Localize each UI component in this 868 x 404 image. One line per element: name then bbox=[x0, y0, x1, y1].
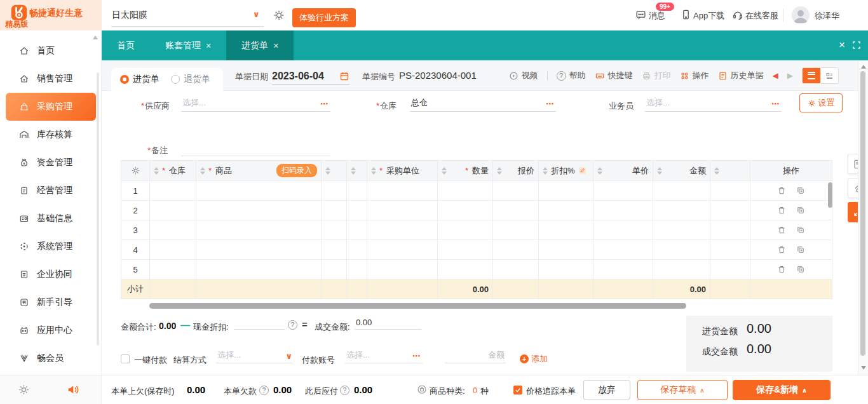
col-discount[interactable]: 折扣% bbox=[539, 161, 593, 181]
cell[interactable] bbox=[150, 260, 196, 279]
sidebar-item-base-info[interactable]: 基础信息 bbox=[0, 205, 102, 232]
gear-icon[interactable] bbox=[273, 10, 285, 21]
cell[interactable] bbox=[593, 220, 653, 240]
copy-add-row-icon[interactable] bbox=[796, 226, 805, 234]
copy-add-row-icon[interactable] bbox=[796, 186, 805, 195]
tab-home[interactable]: 首页 bbox=[102, 30, 150, 60]
radio-return-order[interactable]: 退货单 bbox=[171, 74, 210, 85]
col-narrow-3[interactable] bbox=[710, 161, 750, 181]
username-label[interactable]: 徐泽华 bbox=[815, 10, 839, 22]
col-qty[interactable]: *数量 bbox=[438, 161, 493, 181]
account-book-select[interactable]: 日太阳膜 bbox=[112, 10, 147, 21]
col-product[interactable]: *商品扫码录入 bbox=[196, 161, 322, 181]
print-button[interactable]: 打印 bbox=[642, 70, 671, 81]
sort-icon[interactable] bbox=[657, 167, 662, 175]
sidebar-item-home[interactable]: 首页 bbox=[0, 37, 102, 65]
col-narrow-1[interactable] bbox=[322, 161, 347, 181]
add-payment-button[interactable]: + 添加 bbox=[520, 353, 548, 365]
sort-icon[interactable] bbox=[497, 167, 502, 175]
cell[interactable] bbox=[593, 181, 653, 201]
cell[interactable] bbox=[347, 181, 367, 201]
close-all-tabs-icon[interactable]: × bbox=[839, 39, 845, 51]
settings-button[interactable]: 设置 bbox=[799, 93, 843, 112]
tab-account-books[interactable]: 账套管理 × bbox=[150, 30, 226, 60]
cell[interactable] bbox=[347, 220, 367, 240]
cell[interactable] bbox=[493, 240, 539, 260]
copy-add-row-icon[interactable] bbox=[796, 265, 805, 274]
cash-discount-input[interactable] bbox=[234, 316, 285, 330]
cell[interactable] bbox=[367, 201, 438, 220]
online-service-label[interactable]: 在线客服 bbox=[745, 10, 778, 22]
messages-label[interactable]: 消息 bbox=[649, 10, 665, 22]
cell[interactable] bbox=[710, 201, 750, 220]
cell[interactable] bbox=[539, 260, 593, 279]
col-unit[interactable]: *采购单位 bbox=[367, 161, 438, 181]
operations-button[interactable]: 操作 bbox=[680, 70, 709, 81]
cell[interactable] bbox=[710, 240, 750, 260]
settle-method-select[interactable]: 选择... ∨ bbox=[216, 349, 294, 363]
cell[interactable] bbox=[710, 181, 750, 201]
scroll-up-icon[interactable] bbox=[861, 65, 866, 69]
cell[interactable] bbox=[367, 220, 438, 240]
radio-purchase-order[interactable]: 进货单 bbox=[120, 74, 159, 85]
col-narrow-2[interactable] bbox=[347, 161, 367, 181]
col-warehouse[interactable]: *仓库 bbox=[150, 161, 196, 181]
headset-icon[interactable] bbox=[732, 9, 743, 20]
cell[interactable] bbox=[196, 240, 322, 260]
copy-add-row-icon[interactable] bbox=[796, 245, 805, 254]
cell[interactable] bbox=[493, 201, 539, 220]
close-icon[interactable]: × bbox=[273, 41, 278, 51]
cell[interactable] bbox=[150, 181, 196, 201]
sidebar-item-app-center[interactable]: 应用中心 bbox=[0, 316, 102, 344]
col-quote[interactable]: 报价 bbox=[493, 161, 539, 181]
sort-icon[interactable] bbox=[325, 167, 330, 175]
cell[interactable] bbox=[539, 181, 593, 201]
cell[interactable] bbox=[493, 260, 539, 279]
video-button[interactable]: 视频 bbox=[509, 70, 538, 81]
cell[interactable] bbox=[150, 240, 196, 260]
sidebar-item-operation[interactable]: 经营管理 bbox=[0, 177, 102, 205]
cell[interactable] bbox=[539, 240, 593, 260]
price-track-checkbox[interactable] bbox=[513, 386, 522, 394]
grid-vertical-scrollbar[interactable] bbox=[828, 182, 832, 208]
warehouse-select[interactable]: 总仓 ⋯ bbox=[410, 95, 556, 112]
grid-settings-header[interactable] bbox=[121, 161, 150, 181]
cell[interactable] bbox=[150, 201, 196, 220]
deal-amount-input[interactable]: 0.00 bbox=[355, 316, 421, 330]
grid-horizontal-scrollbar[interactable] bbox=[149, 303, 686, 309]
cell[interactable] bbox=[347, 201, 367, 220]
sidebar-item-system[interactable]: 系统管理 bbox=[0, 232, 102, 260]
supplier-select[interactable]: 选择... ⋯ bbox=[181, 95, 330, 112]
sort-icon[interactable] bbox=[371, 167, 376, 175]
col-price[interactable]: 单价 bbox=[593, 161, 653, 181]
cell[interactable] bbox=[493, 220, 539, 240]
phone-icon[interactable] bbox=[681, 9, 691, 20]
cell[interactable] bbox=[493, 181, 539, 201]
cell[interactable] bbox=[593, 240, 653, 260]
cell[interactable] bbox=[322, 240, 347, 260]
chevron-down-icon[interactable]: ∨ bbox=[285, 351, 292, 361]
cell[interactable] bbox=[593, 260, 653, 279]
cell[interactable] bbox=[196, 260, 322, 279]
cell[interactable] bbox=[196, 181, 322, 201]
cell[interactable] bbox=[196, 220, 322, 240]
sidebar-scrollbar[interactable] bbox=[97, 72, 99, 346]
cell[interactable] bbox=[367, 181, 438, 201]
help-circle-icon[interactable]: ? bbox=[259, 386, 269, 395]
cell[interactable] bbox=[347, 240, 367, 260]
pay-account-select[interactable]: 选择... ⋯ bbox=[345, 349, 423, 363]
cell[interactable] bbox=[653, 260, 710, 279]
cell[interactable] bbox=[438, 181, 493, 201]
sidebar-item-funds[interactable]: 资金管理 bbox=[0, 149, 102, 177]
delete-row-icon[interactable] bbox=[777, 186, 786, 195]
delete-row-icon[interactable] bbox=[777, 245, 786, 254]
sidebar-item-sales[interactable]: 销售管理 bbox=[0, 65, 102, 93]
cell[interactable] bbox=[653, 220, 710, 240]
cell[interactable] bbox=[710, 260, 750, 279]
help-circle-icon[interactable]: ? bbox=[340, 386, 349, 395]
cell[interactable] bbox=[322, 260, 347, 279]
card-view-button[interactable] bbox=[820, 68, 838, 83]
cell[interactable] bbox=[593, 201, 653, 220]
cell[interactable] bbox=[367, 240, 438, 260]
col-amount[interactable]: 金额 bbox=[653, 161, 710, 181]
